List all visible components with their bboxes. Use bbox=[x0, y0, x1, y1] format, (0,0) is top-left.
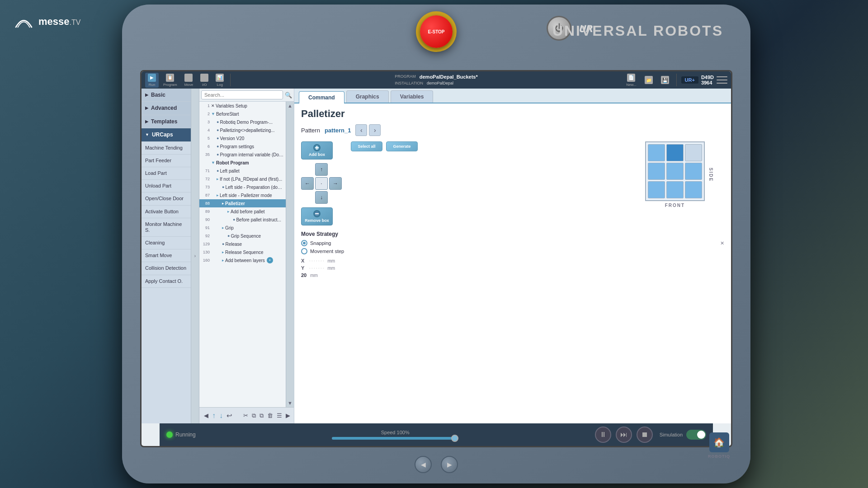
tab-command[interactable]: Command bbox=[299, 91, 344, 103]
hw-btn-2[interactable]: ▶ bbox=[441, 456, 458, 473]
tree-item[interactable]: 3 ● Robotiq Demo Program-... bbox=[199, 118, 286, 126]
tab-variables[interactable]: Variables bbox=[391, 90, 434, 103]
preview-cell-2-2[interactable] bbox=[685, 181, 702, 198]
move-up-btn[interactable]: ↑ bbox=[212, 412, 216, 420]
tree-item[interactable]: 71 ● Left pallet bbox=[199, 167, 286, 175]
scroll-right-btn[interactable]: ▶ bbox=[286, 412, 290, 419]
tree-item[interactable]: 6 ● Program settings bbox=[199, 142, 286, 150]
sidebar-item-cleaning[interactable]: Cleaning bbox=[142, 237, 191, 249]
tree-item[interactable]: 130 ▸ Release Sequence bbox=[199, 248, 286, 256]
select-all-btn[interactable]: Select all bbox=[351, 141, 382, 151]
right-panel: Command Graphics Variables Palletizer bbox=[294, 89, 731, 423]
panel-expand-button[interactable]: › bbox=[191, 89, 199, 423]
sidebar-item-monitor-machine[interactable]: Monitor Machine S. bbox=[142, 218, 191, 237]
hamburger-menu[interactable] bbox=[717, 75, 727, 84]
sidebar-item-part-feeder[interactable]: Part Feeder bbox=[142, 155, 191, 167]
pause-btn[interactable]: ⏸ bbox=[595, 427, 611, 443]
stop-btn[interactable]: ⏹ bbox=[637, 427, 653, 443]
new-file-btn[interactable]: 📄 New... bbox=[623, 73, 639, 88]
toolbar-io-btn[interactable]: ⚙ I/O bbox=[198, 73, 211, 88]
preview-cell-1-2[interactable] bbox=[685, 163, 702, 180]
toolbar-program-btn[interactable]: 📋 Program bbox=[160, 73, 180, 88]
sidebar-item-basic[interactable]: ▶ Basic bbox=[142, 89, 191, 102]
open-btn[interactable]: 📁 bbox=[642, 75, 656, 85]
sidebar-item-smart-move[interactable]: Smart Move bbox=[142, 249, 191, 262]
paste-btn[interactable]: ⧉ bbox=[259, 412, 264, 419]
sidebar-item-activate-button[interactable]: Activate Button bbox=[142, 206, 191, 218]
generate-btn[interactable]: Generate bbox=[386, 141, 418, 151]
tree-item[interactable]: 35 ● Program internal variable (Don t... bbox=[199, 150, 286, 159]
tree-item[interactable]: 5 ● Version V20 bbox=[199, 134, 286, 142]
dir-center-btn[interactable]: · bbox=[315, 177, 328, 190]
sidebar-item-open-close-door[interactable]: Open/Close Door bbox=[142, 192, 191, 205]
add-box-btn[interactable]: Add box bbox=[301, 141, 333, 160]
preview-cell-0-0[interactable] bbox=[648, 144, 665, 161]
snapping-radio[interactable] bbox=[301, 240, 307, 246]
dir-up-btn[interactable]: ↑ bbox=[315, 163, 328, 176]
dir-down-btn[interactable]: ↓ bbox=[315, 191, 328, 204]
tree-item[interactable]: 160 ▸ Add between layers + bbox=[199, 256, 286, 264]
dir-empty-tl bbox=[301, 163, 314, 176]
remove-box-btn[interactable]: Remove box bbox=[301, 207, 333, 225]
box-controls: Add box ↑ ← · → ↓ bbox=[301, 141, 342, 225]
speed-slider-thumb[interactable] bbox=[451, 435, 458, 442]
sidebar-item-templates[interactable]: ▶ Templates bbox=[142, 115, 191, 128]
preview-cell-0-2[interactable] bbox=[685, 144, 702, 161]
preview-cell-1-1[interactable] bbox=[666, 163, 684, 180]
tree-search-input[interactable] bbox=[201, 90, 283, 99]
sidebar-item-unload-part[interactable]: Unload Part bbox=[142, 180, 191, 192]
cut-btn[interactable]: ✂ bbox=[243, 412, 248, 419]
robotiq-home-btn[interactable]: 🏠 bbox=[709, 432, 729, 452]
preview-cell-2-0[interactable] bbox=[648, 181, 665, 198]
dir-right-btn[interactable]: → bbox=[329, 177, 342, 190]
pattern-prev-btn[interactable]: ‹ bbox=[355, 124, 367, 136]
toolbar-log-btn[interactable]: 📊 Log bbox=[213, 73, 226, 88]
radio-movement-step[interactable]: Movement step bbox=[301, 248, 724, 254]
tree-scroll-up[interactable]: ▲ bbox=[286, 102, 294, 110]
pattern-next-btn[interactable]: › bbox=[369, 124, 381, 136]
tree-item[interactable]: 87 ▸ Left side - Palletizer mode bbox=[199, 191, 286, 199]
step-btn[interactable]: ⏭ bbox=[616, 427, 632, 443]
more-btn[interactable]: ☰ bbox=[277, 412, 282, 419]
scroll-left-btn[interactable]: ◀ bbox=[204, 412, 208, 419]
move-down-btn[interactable]: ↓ bbox=[219, 412, 223, 420]
toolbar-move-btn[interactable]: ⬆ Move bbox=[182, 73, 196, 88]
tree-item[interactable]: 91 ▸ Grip bbox=[199, 224, 286, 232]
dir-left-btn[interactable]: ← bbox=[301, 177, 314, 190]
preview-cell-2-1[interactable] bbox=[666, 181, 684, 198]
sidebar-item-urcaps[interactable]: ▼ URCaps bbox=[142, 128, 191, 141]
tree-item[interactable]: 4 ● Palletizing<>depalletizing... bbox=[199, 126, 286, 134]
tree-item[interactable]: 2 ▼ BeforeStart bbox=[199, 110, 286, 118]
hw-btn-1[interactable]: ◀ bbox=[415, 456, 432, 473]
sidebar-item-apply-contact[interactable]: Apply Contact O. bbox=[142, 275, 191, 288]
toolbar-run-btn[interactable]: ▶ Run bbox=[145, 73, 159, 88]
tree-item[interactable]: 129 ● Release bbox=[199, 240, 286, 248]
tree-item[interactable]: 90 ● Before pallet instruct... bbox=[199, 216, 286, 224]
tree-item[interactable]: ▼ Robot Program bbox=[199, 159, 286, 167]
sidebar-item-machine-tending[interactable]: Machine Tending bbox=[142, 142, 191, 155]
tree-item[interactable]: 73 ● Left side - Preparation (don't... bbox=[199, 183, 286, 191]
tree-item[interactable]: 89 ▸ Add before pallet bbox=[199, 207, 286, 216]
radio-snapping[interactable]: Snapping ✕ bbox=[301, 240, 724, 246]
sidebar-item-collision-detection[interactable]: Collision Detection bbox=[142, 262, 191, 275]
movement-step-radio[interactable] bbox=[301, 248, 307, 254]
sidebar: ▶ Basic ▶ Advanced ▶ Templates ▼ URCaps … bbox=[142, 89, 191, 423]
tree-item[interactable]: 92 ● Grip Sequence bbox=[199, 232, 286, 240]
tree-item-palletizer[interactable]: 88 ▸ Palletizer bbox=[199, 199, 286, 207]
preview-cell-1-0[interactable] bbox=[648, 163, 665, 180]
delete-btn[interactable]: 🗑 bbox=[267, 412, 273, 419]
sidebar-item-load-part[interactable]: Load Part bbox=[142, 167, 191, 180]
tree-item[interactable]: 1 ✕ Variables Setup bbox=[199, 102, 286, 110]
tab-graphics[interactable]: Graphics bbox=[346, 90, 389, 103]
copy-btn[interactable]: ⧉ bbox=[252, 412, 256, 419]
tree-scroll-down[interactable]: ▼ bbox=[286, 399, 294, 407]
search-icon[interactable]: 🔍 bbox=[285, 92, 292, 99]
tree-item[interactable]: 72 ▸ If not (LPa_RDepal and (first)... bbox=[199, 175, 286, 183]
preview-cell-0-1[interactable] bbox=[666, 144, 684, 161]
speed-slider-track[interactable] bbox=[332, 437, 458, 440]
undo-btn[interactable]: ↩ bbox=[226, 412, 232, 420]
simulation-toggle[interactable] bbox=[686, 430, 706, 440]
estop-button[interactable]: E-STOP bbox=[420, 15, 453, 48]
sidebar-item-advanced[interactable]: ▶ Advanced bbox=[142, 102, 191, 115]
save-btn[interactable]: 💾 bbox=[658, 75, 672, 85]
